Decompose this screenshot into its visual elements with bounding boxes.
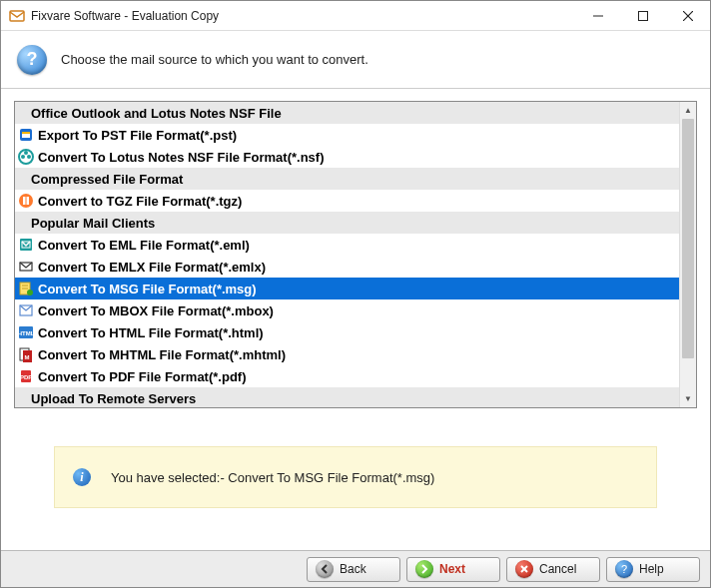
minimize-button[interactable] — [575, 1, 620, 31]
svg-text:M: M — [25, 354, 30, 360]
row-label: Convert To Lotus Notes NSF File Format(*… — [38, 150, 325, 165]
row-label: Convert To MBOX File Format(*.mbox) — [38, 303, 274, 318]
next-arrow-icon — [415, 560, 433, 578]
close-button[interactable] — [665, 1, 710, 31]
nsf-icon — [18, 149, 34, 165]
row-label: Export To PST File Format(*.pst) — [38, 128, 237, 143]
row-label: Convert To MHTML File Format(*.mhtml) — [38, 347, 286, 362]
help-question-icon: ? — [615, 560, 633, 578]
list-category: Compressed File Format — [15, 168, 679, 190]
list-item[interactable]: Convert To EML File Format(*.eml) — [15, 234, 679, 256]
list-category: Upload To Remote Servers — [15, 387, 679, 407]
svg-point-9 — [21, 155, 25, 159]
svg-rect-0 — [10, 11, 24, 21]
svg-text:PDF: PDF — [20, 374, 32, 380]
pdf-icon: PDF — [18, 368, 34, 384]
mhtml-icon: M — [18, 346, 34, 362]
list-category: Office Outlook and Lotus Notes NSF File — [15, 102, 679, 124]
scroll-track[interactable] — [680, 119, 696, 390]
app-icon — [9, 8, 25, 24]
question-icon: ? — [17, 45, 47, 75]
list-item[interactable]: Convert To MSG File Format(*.msg) — [15, 278, 679, 299]
selection-banner: i You have selected:- Convert To MSG Fil… — [54, 446, 657, 508]
format-list: Office Outlook and Lotus Notes NSF FileE… — [14, 101, 697, 408]
row-label: Convert To HTML File Format(*.html) — [38, 325, 264, 340]
window-title: Fixvare Software - Evaluation Copy — [31, 9, 575, 23]
html-icon: HTML — [18, 324, 34, 340]
svg-point-11 — [24, 151, 28, 155]
content-area: Office Outlook and Lotus Notes NSF FileE… — [1, 89, 710, 550]
back-arrow-icon — [316, 560, 334, 578]
row-label: Convert To EMLX File Format(*.emlx) — [38, 260, 266, 275]
row-label: Convert To MSG File Format(*.msg) — [38, 282, 257, 296]
format-list-inner: Office Outlook and Lotus Notes NSF FileE… — [15, 102, 679, 407]
row-label: Popular Mail Clients — [31, 216, 155, 231]
emlx-icon — [18, 259, 34, 275]
scroll-down-button[interactable]: ▼ — [680, 390, 696, 407]
svg-point-21 — [27, 290, 33, 295]
eml-icon — [18, 237, 34, 253]
list-item[interactable]: Convert To EMLX File Format(*.emlx) — [15, 256, 679, 278]
selection-text: You have selected:- Convert To MSG File … — [111, 470, 434, 485]
next-button[interactable]: Next — [406, 557, 500, 582]
app-window: Fixvare Software - Evaluation Copy ? Cho… — [0, 0, 711, 588]
instruction-bar: ? Choose the mail source to which you wa… — [1, 31, 710, 89]
cancel-button[interactable]: Cancel — [506, 557, 600, 582]
help-button[interactable]: ? Help — [606, 557, 700, 582]
maximize-button[interactable] — [620, 1, 665, 31]
svg-rect-7 — [22, 132, 30, 134]
instruction-text: Choose the mail source to which you want… — [61, 52, 368, 67]
tgz-icon — [18, 193, 34, 209]
msg-icon — [18, 281, 34, 296]
list-item[interactable]: Convert To Lotus Notes NSF File Format(*… — [15, 146, 679, 168]
scrollbar[interactable]: ▲ ▼ — [679, 102, 696, 407]
cancel-x-icon — [515, 560, 533, 578]
row-label: Convert to TGZ File Format(*.tgz) — [38, 194, 242, 209]
cancel-button-label: Cancel — [539, 562, 576, 576]
pst-icon — [18, 127, 34, 143]
info-icon: i — [73, 468, 91, 486]
next-button-label: Next — [439, 562, 465, 576]
row-label: Upload To Remote Servers — [31, 391, 196, 406]
list-item[interactable]: PDFConvert To PDF File Format(*.pdf) — [15, 365, 679, 387]
row-label: Office Outlook and Lotus Notes NSF File — [31, 106, 282, 121]
row-label: Compressed File Format — [31, 172, 183, 187]
titlebar: Fixvare Software - Evaluation Copy — [1, 1, 710, 31]
list-item[interactable]: MConvert To MHTML File Format(*.mhtml) — [15, 343, 679, 365]
list-item[interactable]: Convert To MBOX File Format(*.mbox) — [15, 299, 679, 321]
scroll-up-button[interactable]: ▲ — [680, 102, 696, 119]
row-label: Convert To EML File Format(*.eml) — [38, 238, 250, 253]
mbox-icon — [18, 302, 34, 318]
svg-rect-2 — [638, 11, 647, 20]
footer-bar: Back Next Cancel ? Help — [1, 550, 710, 587]
scroll-thumb[interactable] — [682, 119, 694, 358]
back-button[interactable]: Back — [307, 557, 400, 582]
help-button-label: Help — [639, 562, 664, 576]
list-category: Popular Mail Clients — [15, 212, 679, 234]
list-item[interactable]: Convert to TGZ File Format(*.tgz) — [15, 190, 679, 212]
svg-point-10 — [27, 155, 31, 159]
svg-text:HTML: HTML — [18, 330, 34, 336]
back-button-label: Back — [340, 562, 366, 576]
list-item[interactable]: HTMLConvert To HTML File Format(*.html) — [15, 321, 679, 343]
list-item[interactable]: Export To PST File Format(*.pst) — [15, 124, 679, 146]
row-label: Convert To PDF File Format(*.pdf) — [38, 369, 246, 384]
